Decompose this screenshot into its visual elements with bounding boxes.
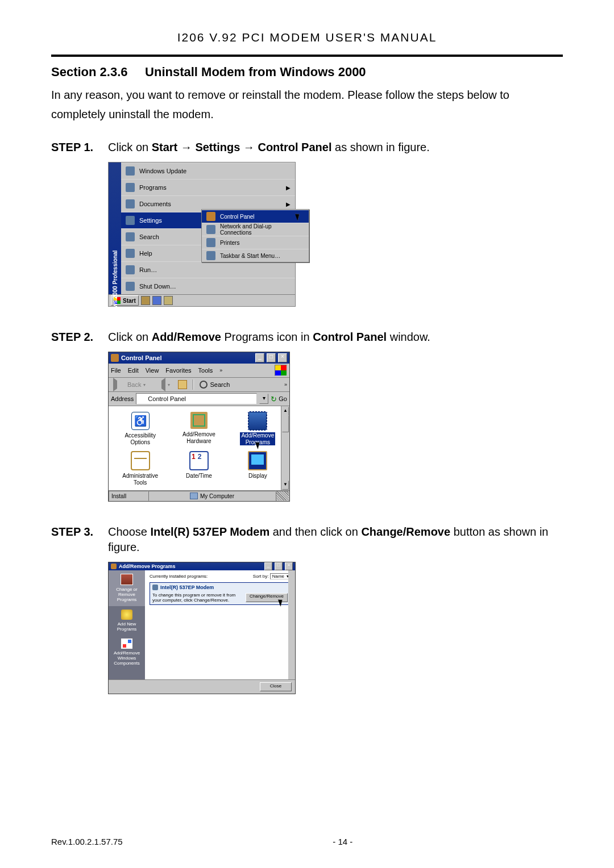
settings-icon: [126, 216, 135, 225]
toolbar-overflow-icon[interactable]: »: [284, 382, 287, 387]
date-time-icon: [189, 451, 209, 470]
resize-grip-icon[interactable]: [276, 491, 289, 501]
maximize-button[interactable]: □: [267, 353, 276, 362]
vertical-scrollbar[interactable]: ▲ ▼: [281, 406, 289, 490]
statusbar-left: Install: [109, 491, 148, 501]
titlebar[interactable]: Control Panel _ □ ×: [109, 352, 289, 364]
start-menu-brand-stripe: Windows 2000 Professional: [109, 162, 121, 294]
display-icon: [248, 451, 267, 470]
submenu-item-label: Control Panel: [220, 214, 255, 220]
figure-start-menu: Windows 2000 Professional Windows Update…: [108, 162, 296, 307]
step-2-m1: Programs icon in: [221, 331, 313, 343]
forward-arrow-icon: [154, 378, 165, 391]
sidebar-add-new[interactable]: Add New Programs: [109, 606, 145, 635]
sidebar-item-label: Change or Remove Programs: [110, 587, 144, 603]
figure-add-remove-window: Add/Remove Programs _ □ × Change or Remo…: [108, 562, 296, 694]
globe-icon: [126, 166, 135, 176]
quicklaunch-icon[interactable]: [152, 296, 161, 305]
submenu-control-panel[interactable]: Control Panel: [202, 210, 309, 223]
step-1-pre: Click on: [108, 141, 152, 153]
programs-icon: [126, 183, 135, 192]
sidebar-change-remove[interactable]: Change or Remove Programs: [109, 570, 145, 606]
start-item-programs[interactable]: Programs▶: [121, 179, 295, 195]
up-button[interactable]: [176, 379, 189, 390]
cp-item-label: Date/Time: [186, 473, 212, 479]
step-1-label: STEP 1.: [51, 140, 108, 155]
minimize-button[interactable]: _: [255, 353, 264, 362]
close-dialog-button[interactable]: Close: [260, 682, 292, 691]
cp-item-display[interactable]: Display: [230, 449, 286, 487]
add-remove-sidebar: Change or Remove Programs Add New Progra…: [109, 570, 145, 679]
submenu-network[interactable]: Network and Dial-up Connections: [202, 223, 309, 236]
cp-item-date-time[interactable]: Date/Time: [171, 449, 227, 487]
submenu-item-label: Printers: [220, 240, 239, 246]
search-button[interactable]: Search: [197, 379, 232, 390]
go-button[interactable]: ↻Go: [271, 395, 287, 403]
cp-item-label: AccessibilityOptions: [125, 432, 155, 445]
step-3-b2: Change/Remove: [361, 525, 450, 538]
submenu-printers[interactable]: Printers: [202, 236, 309, 249]
menu-file[interactable]: File: [111, 367, 121, 374]
maximize-button[interactable]: □: [275, 562, 283, 570]
sidebar-windows-components[interactable]: Add/Remove Windows Components: [109, 635, 145, 670]
sort-by-label: Sort by:: [253, 574, 269, 579]
scroll-up-arrow-icon[interactable]: ▲: [282, 407, 289, 416]
add-remove-icon: [111, 564, 117, 569]
vertical-scrollbar[interactable]: [288, 570, 295, 679]
section-title-text: Uninstall Modem from Windows 2000: [145, 65, 366, 79]
section-heading: Section 2.3.6 Uninstall Modem from Windo…: [51, 65, 563, 80]
chevron-right-icon: ▶: [286, 185, 291, 191]
menu-tools[interactable]: Tools: [198, 367, 213, 374]
menu-view[interactable]: View: [146, 367, 159, 374]
scroll-down-arrow-icon[interactable]: ▼: [282, 481, 289, 490]
menu-overflow-icon[interactable]: »: [219, 368, 222, 373]
quicklaunch-icon[interactable]: [141, 296, 150, 305]
start-item-run[interactable]: Run…: [121, 261, 295, 278]
titlebar[interactable]: Add/Remove Programs _ □ ×: [109, 562, 295, 570]
documents-icon: [126, 199, 135, 208]
menu-favorites[interactable]: Favorites: [165, 367, 191, 374]
go-button-label: Go: [279, 395, 287, 402]
forward-button[interactable]: ▾: [151, 379, 172, 390]
chevron-down-icon: ▾: [143, 382, 146, 387]
scroll-thumb[interactable]: [282, 415, 289, 432]
address-field[interactable]: Control Panel: [136, 393, 257, 404]
menu-edit[interactable]: Edit: [128, 367, 139, 374]
start-item-label: Windows Update: [139, 168, 186, 174]
taskbar[interactable]: Start: [108, 295, 296, 307]
step-1-post: as shown in figure.: [331, 141, 429, 153]
footer-revision: Rev.1.00.2.1.57.75: [51, 837, 123, 846]
back-button[interactable]: Back▾: [111, 379, 148, 390]
program-row-selected[interactable]: Intel(R) 537EP Modem To change this prog…: [150, 582, 291, 605]
start-item-windows-update[interactable]: Windows Update: [121, 162, 295, 179]
program-description: To change this program or remove it from…: [152, 592, 238, 603]
step-3-pre: Choose: [108, 525, 151, 538]
step-2-pre: Click on: [108, 331, 152, 343]
step-3-b1: Intel(R) 537EP Modem: [151, 525, 270, 538]
start-item-label: Shut Down…: [139, 283, 176, 290]
cp-item-add-remove-hardware[interactable]: Add/RemoveHardware: [171, 410, 227, 446]
run-icon: [126, 265, 135, 274]
accessibility-icon: ♿: [131, 412, 150, 430]
program-name: Intel(R) 537EP Modem: [160, 585, 214, 590]
toolbar: Back▾ ▾ Search »: [109, 378, 289, 392]
submenu-item-label: Taskbar & Start Menu…: [220, 253, 280, 259]
currently-installed-label: Currently installed programs:: [150, 574, 208, 579]
quicklaunch-icon[interactable]: [164, 296, 173, 305]
toolbar-separator: [193, 379, 194, 390]
close-button[interactable]: ×: [285, 562, 293, 570]
cp-item-accessibility[interactable]: ♿ AccessibilityOptions: [112, 410, 168, 446]
submenu-taskbar[interactable]: Taskbar & Start Menu…: [202, 249, 309, 262]
sort-dropdown[interactable]: Name: [270, 573, 291, 579]
address-dropdown[interactable]: ▾: [259, 394, 268, 404]
close-button[interactable]: ×: [278, 353, 287, 362]
minimize-button[interactable]: _: [264, 562, 272, 570]
start-item-label: Documents: [139, 201, 171, 207]
step-1-b1: Start: [152, 141, 178, 153]
step-2-post: window.: [387, 331, 430, 343]
start-item-shutdown[interactable]: Shut Down…: [121, 278, 295, 294]
cp-item-administrative-tools[interactable]: AdministrativeTools: [112, 449, 168, 487]
intro-paragraph: In any reason, you want to remove or rei…: [51, 85, 563, 124]
windows-components-icon: [121, 639, 132, 649]
start-item-label: Search: [139, 233, 159, 240]
